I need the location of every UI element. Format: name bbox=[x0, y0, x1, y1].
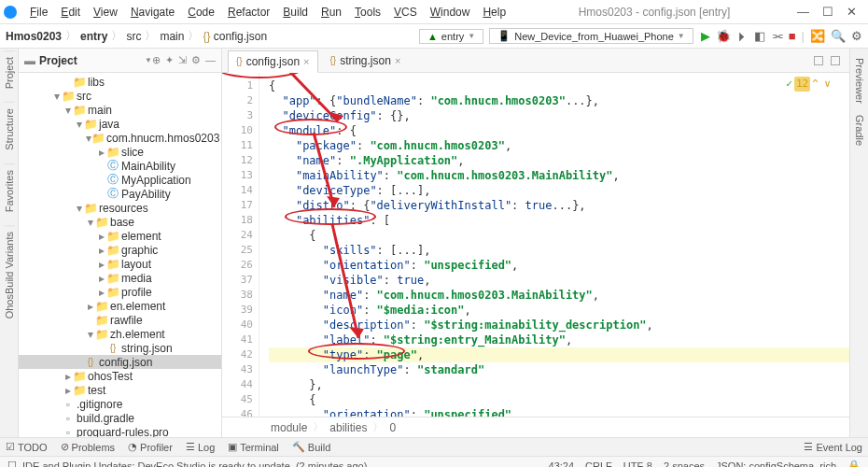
code-line[interactable]: "abilities": [ bbox=[269, 213, 849, 228]
menu-edit[interactable]: Edit bbox=[55, 4, 86, 21]
tree-item[interactable]: 📁rawfile bbox=[19, 313, 221, 327]
close-tab-icon[interactable]: × bbox=[395, 55, 400, 66]
breadcrumb-item[interactable]: main bbox=[160, 30, 184, 43]
tree-item[interactable]: ▾📁zh.element bbox=[19, 327, 221, 341]
code-line[interactable]: "name": "com.hnucm.hmos0203.MainAbility"… bbox=[269, 288, 849, 303]
leftpanel-structure[interactable]: Structure bbox=[4, 102, 15, 156]
run-config-select[interactable]: ▲entry▼ bbox=[419, 29, 483, 44]
breadcrumb-item[interactable]: entry bbox=[80, 30, 107, 43]
rightpanel-previewer[interactable]: Previewer bbox=[854, 52, 865, 109]
menu-vcs[interactable]: VCS bbox=[388, 4, 423, 21]
search-icon[interactable]: 🔍 bbox=[831, 29, 846, 43]
menu-build[interactable]: Build bbox=[277, 4, 314, 21]
settings-icon[interactable]: ⚙ bbox=[851, 29, 862, 43]
code-line[interactable]: "app": {"bundleName": "com.hnucm.hmos020… bbox=[269, 93, 849, 108]
code-line[interactable]: "visible": true, bbox=[269, 273, 849, 288]
menu-navigate[interactable]: Navigate bbox=[125, 4, 180, 21]
menu-help[interactable]: Help bbox=[477, 4, 511, 21]
code-line[interactable]: { bbox=[269, 392, 849, 407]
tree-item[interactable]: ▾📁resources bbox=[19, 201, 221, 215]
tree-item[interactable]: ▾📁main bbox=[19, 103, 221, 117]
tree-item[interactable]: ⒸPayAbility bbox=[19, 187, 221, 201]
code-line[interactable]: "orientation": "unspecified", bbox=[269, 258, 849, 273]
menu-run[interactable]: Run bbox=[315, 4, 347, 21]
tree-item[interactable]: ▸📁media bbox=[19, 271, 221, 285]
editor-tab[interactable]: {} config.json × bbox=[228, 50, 318, 73]
tree-item[interactable]: ▸📁element bbox=[19, 229, 221, 243]
tree-item[interactable]: ⒸMyApplication bbox=[19, 173, 221, 187]
tree-item[interactable]: ⒸMainAbility bbox=[19, 159, 221, 173]
breadcrumb-item[interactable]: src bbox=[126, 30, 141, 43]
menu-code[interactable]: Code bbox=[182, 4, 220, 21]
toolwindow-build[interactable]: 🔨 Build bbox=[292, 441, 330, 453]
code-line[interactable]: "label": "$string:entry_MainAbility", bbox=[269, 333, 849, 347]
attach-icon[interactable]: ⫘ bbox=[771, 29, 783, 43]
tree-item[interactable]: ▸📁layout bbox=[19, 257, 221, 271]
menu-view[interactable]: View bbox=[88, 4, 123, 21]
tree-item[interactable]: ▸📁slice bbox=[19, 145, 221, 159]
status-icon[interactable]: ☐ bbox=[7, 460, 17, 467]
toolwindow-problems[interactable]: ⊘ Problems bbox=[61, 441, 115, 453]
coverage-icon[interactable]: ⏵ bbox=[736, 29, 749, 43]
breadcrumb-item[interactable]: {} config.json bbox=[203, 30, 267, 43]
rightpanel-gradle[interactable]: Gradle bbox=[854, 109, 865, 151]
code-line[interactable]: }, bbox=[269, 377, 849, 392]
tree-item[interactable]: ▸📁ohosTest bbox=[19, 369, 221, 383]
select-opened-icon[interactable]: ⊕ bbox=[152, 54, 161, 66]
indent-setting[interactable]: 2 spaces bbox=[664, 460, 705, 468]
code-line[interactable]: "description": "$string:mainability_desc… bbox=[269, 318, 849, 333]
code-line[interactable]: "distro": {"deliveryWithInstall": true..… bbox=[269, 198, 849, 213]
breadcrumb-item[interactable]: Hmos0203 bbox=[6, 30, 62, 43]
code-line[interactable]: "skills": [...], bbox=[269, 243, 849, 258]
code-line[interactable]: "icon": "$media:icon", bbox=[269, 303, 849, 318]
menu-file[interactable]: File bbox=[24, 4, 53, 21]
tree-item[interactable]: ▸📁profile bbox=[19, 285, 221, 299]
tree-item[interactable]: ▾📁base bbox=[19, 215, 221, 229]
menu-refactor[interactable]: Refactor bbox=[222, 4, 275, 21]
tree-item[interactable]: {}config.json bbox=[19, 355, 221, 369]
tree-item[interactable]: 📁libs bbox=[19, 75, 221, 89]
editor-crumb[interactable]: module bbox=[271, 421, 307, 434]
tree-item[interactable]: ▾📁src bbox=[19, 89, 221, 103]
close-tab-icon[interactable]: × bbox=[303, 56, 309, 67]
editor-tab[interactable]: {} string.json × bbox=[322, 50, 410, 72]
maximize-icon[interactable]: ☐ bbox=[822, 5, 833, 19]
code-line[interactable]: "deviceConfig": {}, bbox=[269, 108, 849, 123]
json-schema[interactable]: JSON: configSchema_rich bbox=[716, 460, 836, 468]
code-line[interactable]: "name": ".MyApplication", bbox=[269, 153, 849, 168]
stop-icon[interactable]: ■ bbox=[789, 29, 796, 43]
toolwindow-todo[interactable]: ☑ TODO bbox=[6, 441, 48, 453]
close-icon[interactable]: ✕ bbox=[847, 5, 857, 19]
minimize-icon[interactable]: — bbox=[797, 5, 809, 19]
editor-crumb[interactable]: abilities bbox=[329, 421, 367, 434]
view-icon-2[interactable] bbox=[831, 56, 840, 65]
tree-item[interactable]: ▸📁test bbox=[19, 383, 221, 397]
tree-item[interactable]: ▫.gitignore bbox=[19, 397, 221, 411]
code-line[interactable]: { bbox=[269, 78, 849, 93]
leftpanel-project[interactable]: Project bbox=[4, 50, 15, 94]
run-icon[interactable]: ▶ bbox=[701, 29, 710, 43]
collapse-all-icon[interactable]: ⇲ bbox=[178, 54, 187, 66]
code-line[interactable]: { bbox=[269, 228, 849, 243]
tree-item[interactable]: ▾📁com.hnucm.hmos0203 bbox=[19, 131, 221, 145]
event-log-button[interactable]: ☰ Event Log bbox=[804, 441, 862, 453]
menu-tools[interactable]: Tools bbox=[349, 4, 386, 21]
collapse-icon[interactable]: ▬ bbox=[24, 54, 35, 67]
tree-item[interactable]: ▸📁graphic bbox=[19, 243, 221, 257]
line-separator[interactable]: CRLF bbox=[585, 460, 612, 468]
tree-item[interactable]: ▾📁java bbox=[19, 117, 221, 131]
lock-icon[interactable]: 🔒 bbox=[847, 460, 861, 467]
project-tree[interactable]: 📁libs▾📁src▾📁main▾📁java▾📁com.hnucm.hmos02… bbox=[19, 73, 221, 437]
vcs-icon[interactable]: 🔀 bbox=[810, 29, 825, 43]
tree-item[interactable]: {}string.json bbox=[19, 341, 221, 355]
debug-icon[interactable]: 🐞 bbox=[716, 29, 731, 43]
device-select[interactable]: 📱New_Device_from_Huawei_Phone▼ bbox=[489, 28, 693, 44]
hide-icon[interactable]: — bbox=[205, 54, 216, 66]
code-line[interactable]: "package": "com.hnucm.hmos0203", bbox=[269, 138, 849, 153]
code-line[interactable]: "module": { bbox=[269, 123, 849, 138]
leftpanel-ohosbuild-variants[interactable]: OhosBuild Variants bbox=[4, 225, 15, 324]
code-line[interactable]: "deviceType": [...], bbox=[269, 183, 849, 198]
profile-icon[interactable]: ◧ bbox=[754, 29, 765, 43]
code-line[interactable]: "orientation": "unspecified", bbox=[269, 407, 849, 417]
toolwindow-profiler[interactable]: ◔ Profiler bbox=[128, 441, 173, 453]
